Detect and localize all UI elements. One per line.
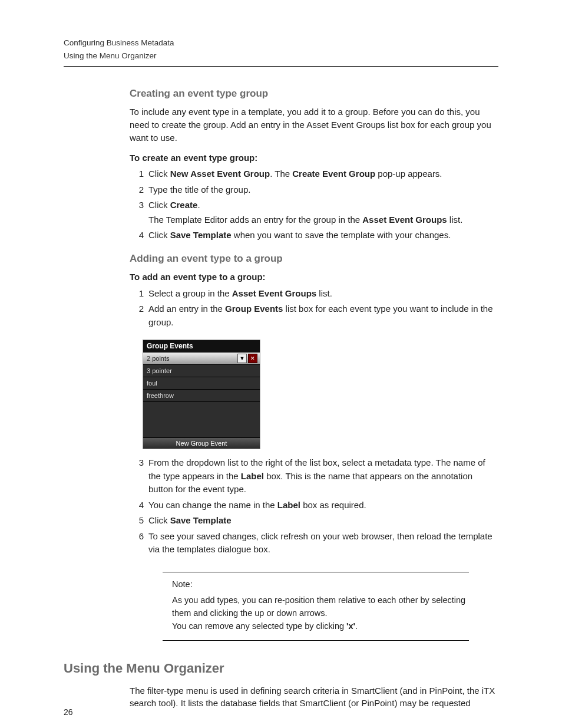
lead-create-group: To create an event type group: (130, 151, 498, 164)
new-group-event-button[interactable]: New Group Event (143, 437, 260, 449)
dropdown-icon[interactable]: ▼ (237, 354, 247, 363)
list-item-label: 2 points (147, 355, 170, 362)
heading-menu-organizer: Using the Menu Organizer (64, 661, 498, 676)
header-rule (64, 66, 498, 67)
step-text: Click Save Template (148, 514, 498, 528)
intro-paragraph: To include any event type in a template,… (130, 106, 498, 144)
step-text: Click Save Template when you want to sav… (148, 229, 498, 242)
heading-creating-group: Creating an event type group (130, 88, 498, 100)
list-item-label: foul (147, 380, 157, 387)
header-line-2: Using the Menu Organizer (64, 51, 498, 61)
header-line-1: Configuring Business Metadata (64, 38, 498, 48)
steps-add-type-cont: 3 From the dropdown list to the right of… (130, 456, 498, 556)
panel-title: Group Events (143, 340, 260, 352)
heading-adding-type: Adding an event type to a group (130, 253, 498, 265)
step-text: From the dropdown list to the right of t… (148, 456, 498, 496)
step-text: To see your saved changes, click refresh… (148, 530, 498, 556)
step-text: Select a group in the Asset Event Groups… (148, 287, 498, 301)
step-text: Type the title of the group. (148, 183, 498, 197)
note-line: As you add types, you can re-position th… (172, 594, 469, 620)
steps-add-type: 1 Select a group in the Asset Event Grou… (130, 287, 498, 330)
step-text: You can change the name in the Label box… (148, 499, 498, 512)
list-item[interactable]: foul (143, 377, 260, 389)
section-paragraph: The filter-type menu is used in defining… (130, 684, 498, 710)
lead-add-type: To add an event type to a group: (130, 271, 498, 284)
close-icon[interactable]: ✕ (248, 354, 257, 363)
list-item-label: freethrow (147, 392, 174, 399)
list-item[interactable]: 3 pointer (143, 364, 260, 377)
note-box: Note: As you add types, you can re-posit… (163, 572, 469, 641)
list-item-label: 3 pointer (147, 367, 172, 374)
note-line: You can remove any selected type by clic… (172, 620, 469, 633)
step-text: Click New Asset Event Group. The Create … (148, 167, 498, 181)
step-text: Click Create. The Template Editor adds a… (148, 199, 498, 226)
step-text: Add an entry in the Group Events list bo… (148, 302, 498, 329)
list-item[interactable]: freethrow (143, 389, 260, 401)
note-label: Note: (172, 578, 469, 591)
steps-create-group: 1 Click New Asset Event Group. The Creat… (130, 167, 498, 242)
list-item[interactable]: 2 points ▼ ✕ (143, 352, 260, 364)
page-number: 26 (64, 707, 73, 717)
panel-empty-area (143, 401, 260, 437)
group-events-panel: Group Events 2 points ▼ ✕ 3 pointer foul… (143, 340, 260, 449)
